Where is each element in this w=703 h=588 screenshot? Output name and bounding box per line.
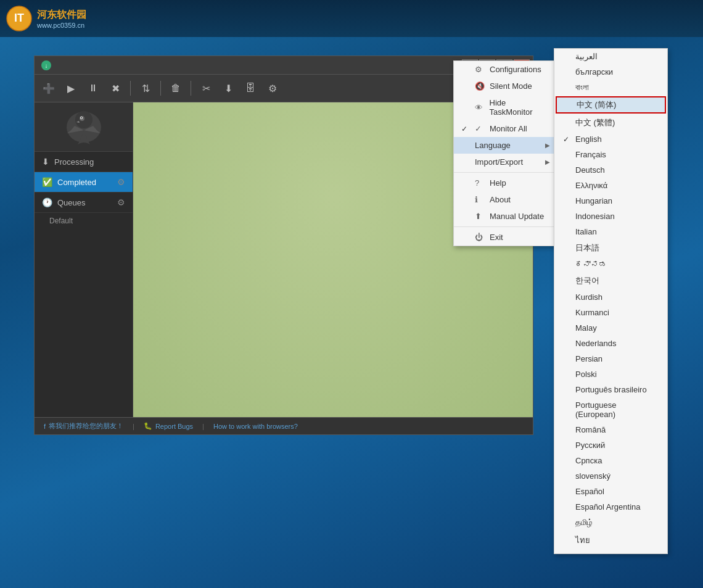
lang-item-chinese_traditional[interactable]: 中文 (繁體) <box>554 114 667 131</box>
download-button[interactable]: ⬇ <box>219 79 237 97</box>
menu-label-configurations: Configurations <box>490 65 541 74</box>
menu-item-hide_taskmonitor[interactable]: 👁Hide TaskMonitor <box>454 94 557 120</box>
svg-text:↓: ↓ <box>45 62 48 69</box>
lang-label-bengali: বাংলা <box>575 83 589 93</box>
lang-item-italian[interactable]: Italian <box>554 224 667 239</box>
menu-separator <box>454 226 557 227</box>
site-url: www.pc0359.cn <box>37 22 86 29</box>
lang-item-tamil[interactable]: தமிழ் <box>554 515 667 531</box>
lang-item-malay[interactable]: Malay <box>554 320 667 336</box>
lang-item-spanish[interactable]: Español <box>554 484 667 499</box>
lang-item-korean[interactable]: 한국어 <box>554 272 667 289</box>
sort-button[interactable]: ⇅ <box>136 79 155 97</box>
db-button[interactable]: 🗄 <box>241 79 260 97</box>
lang-item-thai[interactable]: ไทย <box>554 531 667 550</box>
lang-item-portuguese_br[interactable]: Português brasileiro <box>554 382 667 397</box>
context-menu: ⚙Configurations🔇Silent Mode👁Hide TaskMon… <box>453 60 558 246</box>
lang-item-english[interactable]: ✓English <box>554 131 667 147</box>
lang-label-indonesian: Indonesian <box>575 212 615 221</box>
app-icon: ↓ <box>41 60 52 71</box>
lang-label-serbian: Српска <box>575 456 602 465</box>
language-submenu: العربيةбългарскиবাংলা中文 (简体)中文 (繁體)✓Engl… <box>554 48 668 554</box>
lang-label-tamil: தமிழ் <box>575 518 593 528</box>
lang-item-chinese_simplified[interactable]: 中文 (简体) <box>556 96 666 114</box>
menu-item-manual_update[interactable]: ⬆Manual Update <box>454 208 557 225</box>
lang-label-chinese_traditional: 中文 (繁體) <box>575 117 615 128</box>
lang-label-italian: Italian <box>575 227 597 236</box>
footer-sep-2: | <box>202 423 204 430</box>
lang-item-kannada[interactable]: ಕನ್ನಡ <box>554 257 667 272</box>
lang-label-russian: Русский <box>575 441 605 450</box>
menu-item-silent_mode[interactable]: 🔇Silent Mode <box>454 78 557 94</box>
lang-item-turkish[interactable]: Türkçe <box>554 550 667 554</box>
delete-button[interactable]: 🗑 <box>166 79 185 97</box>
default-label: Default <box>49 217 73 225</box>
lang-item-slovak[interactable]: slovenský <box>554 468 667 484</box>
lang-label-persian: Persian <box>575 354 602 363</box>
lang-item-bengali[interactable]: বাংলা <box>554 80 667 96</box>
lang-item-spanish_ar[interactable]: Español Argentina <box>554 499 667 515</box>
lang-label-polish: Polski <box>575 370 597 379</box>
separator-3 <box>191 81 191 96</box>
lang-item-persian[interactable]: Persian <box>554 351 667 366</box>
add-button[interactable]: ➕ <box>39 79 58 97</box>
lang-item-german[interactable]: Deutsch <box>554 162 667 178</box>
bug-label: Report Bugs <box>155 423 193 430</box>
lang-label-german: Deutsch <box>575 165 605 175</box>
footer-sep-1: | <box>133 423 134 430</box>
menu-item-help[interactable]: ?Help <box>454 175 557 191</box>
lang-item-russian[interactable]: Русский <box>554 437 667 453</box>
queues-gear-icon[interactable]: ⚙ <box>117 197 125 207</box>
sidebar-subitem-default[interactable]: Default <box>35 213 133 229</box>
queues-label: Queues <box>57 198 86 207</box>
browser-label: How to work with browsers? <box>213 423 298 430</box>
menu-item-import_export[interactable]: Import/Export▶ <box>454 154 557 170</box>
clip-button[interactable]: ✂ <box>197 79 215 97</box>
menu-icon-silent_mode: 🔇 <box>475 81 485 91</box>
lang-label-kannada: ಕನ್ನಡ <box>575 260 607 269</box>
logo-area: IT 河东软件园 www.pc0359.cn <box>6 6 86 31</box>
footer-bugs[interactable]: 🐛 Report Bugs <box>144 422 193 430</box>
pause-button[interactable]: ⏸ <box>84 79 102 97</box>
lang-item-serbian[interactable]: Српска <box>554 453 667 468</box>
stop-button[interactable]: ✖ <box>106 79 125 97</box>
lang-item-portuguese_eu[interactable]: Portuguese (European) <box>554 397 667 422</box>
menu-icon-monitor_all: ✓ <box>475 124 485 133</box>
sidebar-logo <box>35 102 133 152</box>
lang-item-kurdish[interactable]: Kurdish <box>554 289 667 305</box>
lang-label-spanish_ar: Español Argentina <box>575 502 641 511</box>
footer-share[interactable]: f 将我们推荐给您的朋友！ <box>44 421 123 431</box>
logo-icon: IT <box>6 6 32 31</box>
menu-label-about: About <box>490 195 511 204</box>
lang-label-portuguese_eu: Portuguese (European) <box>575 400 659 419</box>
menu-item-about[interactable]: ℹAbout <box>454 191 557 208</box>
menu-item-monitor_all[interactable]: ✓✓Monitor All <box>454 120 557 137</box>
lang-item-polish[interactable]: Polski <box>554 366 667 382</box>
sidebar-item-completed[interactable]: ✅ Completed ⚙ <box>35 172 133 193</box>
lang-item-kurmanci[interactable]: Kurmanci <box>554 305 667 320</box>
lang-item-indonesian[interactable]: Indonesian <box>554 209 667 224</box>
lang-item-hungarian[interactable]: Hungarian <box>554 193 667 209</box>
menu-item-configurations[interactable]: ⚙Configurations <box>454 61 557 78</box>
lang-item-bulgarian[interactable]: български <box>554 64 667 80</box>
menu-item-language[interactable]: Language▶ <box>454 137 557 154</box>
menu-label-import_export: Import/Export <box>475 157 523 167</box>
completed-gear-icon[interactable]: ⚙ <box>117 177 125 187</box>
arrow-icon-import_export: ▶ <box>545 159 550 165</box>
play-button[interactable]: ▶ <box>62 79 80 97</box>
settings-button[interactable]: ⚙ <box>263 79 282 97</box>
sidebar-item-processing[interactable]: ⬇ Processing <box>35 152 133 172</box>
lang-item-greek[interactable]: Ελληνικά <box>554 178 667 193</box>
lang-item-french[interactable]: Français <box>554 147 667 162</box>
footer-browser[interactable]: How to work with browsers? <box>213 423 298 430</box>
lang-item-japanese[interactable]: 日本語 <box>554 239 667 257</box>
menu-item-exit[interactable]: ⏻Exit <box>454 229 557 246</box>
lang-item-dutch[interactable]: Nederlands <box>554 336 667 351</box>
lang-label-kurmanci: Kurmanci <box>575 308 609 317</box>
lang-item-arabic[interactable]: العربية <box>554 49 667 64</box>
lang-item-romanian[interactable]: Română <box>554 422 667 437</box>
sidebar-item-queues[interactable]: 🕐 Queues ⚙ <box>35 193 133 213</box>
lang-label-romanian: Română <box>575 425 606 434</box>
lang-label-greek: Ελληνικά <box>575 181 607 190</box>
menu-label-language: Language <box>475 141 511 150</box>
